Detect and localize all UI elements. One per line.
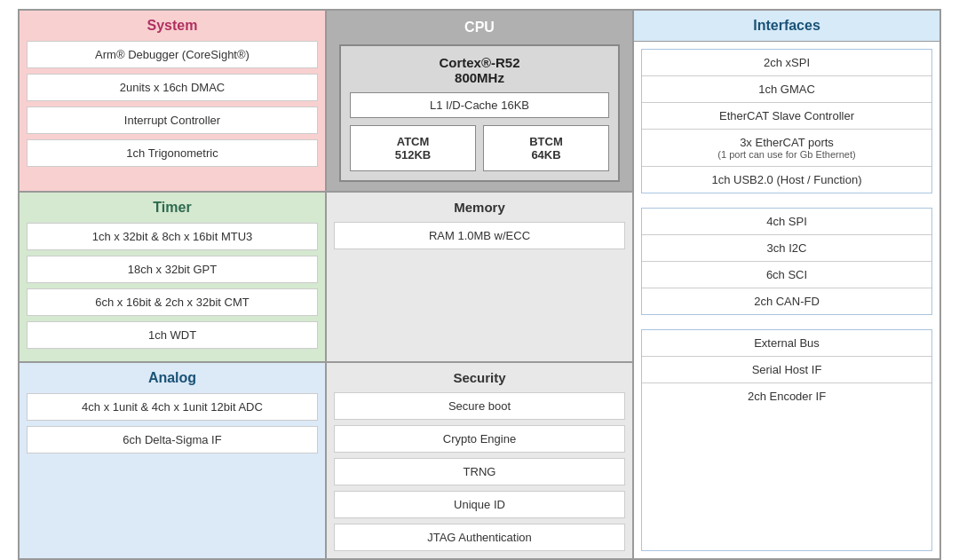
iface-ethercat-ports: 3x EtherCAT ports (1 port can use for Gb… (642, 130, 931, 167)
timer-item-0: 1ch x 32bit & 8ch x 16bit MTU3 (27, 223, 318, 250)
tcm-row: ATCM 512KB BTCM 64KB (350, 125, 609, 171)
analog-item-0: 4ch x 1unit & 4ch x 1unit 12bit ADC (27, 393, 318, 421)
analog-title: Analog (27, 370, 318, 386)
memory-block: Memory RAM 1.0MB w/ECC (326, 192, 633, 362)
system-item-3: 1ch Trigonometric (27, 139, 318, 167)
security-block: Security Secure boot Crypto Engine TRNG … (326, 362, 633, 559)
cpu-title: CPU (464, 20, 495, 35)
analog-block: Analog 4ch x 1unit & 4ch x 1unit 12bit A… (19, 362, 326, 559)
memory-title: Memory (334, 200, 625, 215)
iface-xspi: 2ch xSPI (642, 50, 931, 76)
iface-extbus: External Bus (642, 330, 931, 357)
iface-serialhost: Serial Host IF (642, 357, 931, 383)
timer-item-1: 18ch x 32bit GPT (27, 256, 318, 283)
iface-gmac: 1ch GMAC (642, 76, 931, 103)
security-item-3: Unique ID (334, 491, 625, 518)
interfaces-group-3: External Bus Serial Host IF 2ch Encoder … (641, 329, 932, 551)
security-item-1: Crypto Engine (334, 425, 625, 453)
security-item-0: Secure boot (334, 392, 625, 420)
interfaces-title: Interfaces (634, 11, 939, 42)
btcm-box: BTCM 64KB (483, 125, 609, 171)
cpu-block: CPU Cortex®-R52 800MHz L1 I/D-Cache 16KB… (326, 10, 633, 192)
system-title: System (27, 18, 318, 34)
analog-item-1: 6ch Delta-Sigma IF (27, 426, 318, 454)
cpu-cache: L1 I/D-Cache 16KB (350, 92, 609, 118)
iface-spi: 4ch SPI (642, 209, 931, 235)
security-title: Security (334, 370, 625, 385)
cpu-name: Cortex®-R52 800MHz (439, 55, 519, 85)
timer-title: Timer (27, 200, 318, 216)
interfaces-block: Interfaces 2ch xSPI 1ch GMAC EtherCAT Sl… (633, 10, 940, 559)
iface-usb: 1ch USB2.0 (Host / Function) (642, 167, 931, 193)
atcm-box: ATCM 512KB (350, 125, 476, 171)
iface-canfd: 2ch CAN-FD (642, 288, 931, 314)
timer-item-3: 1ch WDT (27, 321, 318, 349)
system-item-2: Interrupt Controller (27, 106, 318, 134)
interfaces-group-2: 4ch SPI 3ch I2C 6ch SCI 2ch CAN-FD (641, 208, 932, 315)
system-item-0: Arm® Debugger (CoreSight®) (27, 41, 318, 68)
security-item-4: JTAG Authentication (334, 524, 625, 551)
memory-item-0: RAM 1.0MB w/ECC (334, 222, 625, 249)
timer-block: Timer 1ch x 32bit & 8ch x 16bit MTU3 18c… (19, 192, 326, 362)
security-item-2: TRNG (334, 458, 625, 485)
iface-ethercat-ctrl: EtherCAT Slave Controller (642, 103, 931, 130)
timer-item-2: 6ch x 16bit & 2ch x 32bit CMT (27, 288, 318, 316)
interfaces-group-1: 2ch xSPI 1ch GMAC EtherCAT Slave Control… (641, 49, 932, 193)
iface-encoder: 2ch Encoder IF (642, 383, 931, 409)
chip-diagram: System Arm® Debugger (CoreSight®) 2units… (18, 9, 941, 560)
system-block: System Arm® Debugger (CoreSight®) 2units… (19, 10, 326, 192)
system-item-1: 2units x 16ch DMAC (27, 74, 318, 101)
iface-sci: 6ch SCI (642, 262, 931, 288)
cpu-inner: Cortex®-R52 800MHz L1 I/D-Cache 16KB ATC… (339, 44, 620, 182)
iface-i2c: 3ch I2C (642, 235, 931, 262)
